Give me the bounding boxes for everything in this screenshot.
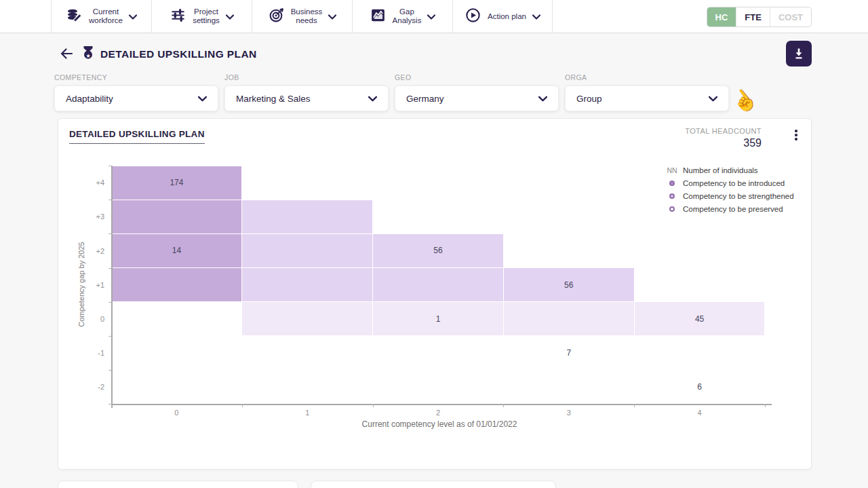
y-tick-mark (108, 370, 111, 371)
chart-cell[interactable] (504, 302, 634, 335)
chart-cell[interactable] (242, 234, 372, 267)
chevron-down-icon (709, 92, 717, 105)
x-tick-label: 4 (679, 409, 720, 417)
y-tick-label: +1 (81, 281, 104, 289)
y-tick-label: +4 (81, 179, 104, 187)
legend-dot-introduced (669, 181, 675, 186)
nav-group: Currentworkforce (51, 0, 553, 33)
x-tick-label: 0 (156, 409, 197, 417)
chart-value-label: 6 (634, 370, 765, 404)
orga-dropdown[interactable]: Group (565, 86, 729, 111)
nav-label: GapAnalysis (393, 7, 422, 25)
chevron-down-icon (532, 10, 540, 22)
y-tick-label: -2 (81, 383, 104, 391)
chevron-down-icon (538, 92, 547, 105)
y-tick-mark (108, 336, 111, 337)
y-tick-label: 0 (81, 315, 104, 323)
chevron-down-icon (129, 10, 137, 22)
x-axis-line (111, 404, 772, 405)
y-tick-label: +2 (81, 247, 104, 255)
filter-label: GEO (395, 73, 559, 81)
legend-row-introduced: Competency to be introduced (667, 176, 794, 189)
detailed-upskilling-plan-card: DETAILED UPSKILLING PLAN TOTAL HEADCOUNT… (58, 118, 812, 470)
nav-item-current-workforce[interactable]: Currentworkforce (51, 0, 151, 33)
competency-dropdown[interactable]: Adaptability (54, 86, 218, 111)
chevron-down-icon (427, 10, 435, 22)
back-button[interactable] (58, 45, 75, 62)
top-navigation: Currentworkforce (0, 0, 868, 33)
area-chart-icon (370, 7, 387, 26)
x-tick-mark (765, 404, 766, 407)
x-axis-title: Current competency level as of 01/01/202… (236, 419, 643, 429)
y-tick-label: -1 (81, 349, 104, 357)
chart-value-label: 56 (503, 268, 634, 302)
x-tick-label: 1 (287, 409, 328, 417)
workforce-icon (66, 7, 83, 26)
nav-label: Projectsettings (193, 7, 220, 25)
y-tick-mark (108, 302, 111, 303)
y-tick-mark (108, 166, 111, 166)
dropdown-value: Marketing & Sales (236, 94, 368, 104)
job-dropdown[interactable]: Marketing & Sales (224, 86, 389, 111)
y-axis-line (111, 166, 113, 408)
filter-competency: COMPETENCY Adaptability (54, 73, 218, 111)
filter-label: COMPETENCY (54, 73, 218, 81)
target-icon (268, 7, 285, 26)
app-root: Currentworkforce (0, 0, 868, 488)
bottom-card-left (58, 481, 298, 488)
chart-cell[interactable] (242, 200, 372, 233)
x-tick-label: 2 (418, 409, 458, 417)
chart-cell[interactable] (112, 268, 242, 301)
download-icon (792, 47, 806, 60)
bottom-card-right (311, 481, 556, 488)
unit-toggle: HC FTE COST (707, 7, 812, 27)
filter-label: ORGA (565, 73, 729, 81)
dropdown-value: Group (576, 94, 709, 104)
toggle-hc-button[interactable]: HC (707, 7, 736, 26)
x-tick-mark (503, 404, 504, 407)
chart-cell[interactable] (373, 268, 503, 301)
chart-value-label: 1 (373, 302, 504, 336)
x-tick-mark (373, 404, 374, 407)
nav-item-project-settings[interactable]: Projectsettings (151, 0, 252, 33)
chart-value-label: 7 (503, 336, 634, 370)
chevron-down-icon (328, 10, 336, 22)
chevron-down-icon (198, 92, 207, 105)
nn-label: NN (667, 166, 677, 174)
nav-label: Currentworkforce (89, 7, 123, 25)
nav-label: Action plan (488, 12, 526, 21)
chevron-down-icon (226, 10, 234, 22)
legend-dot-strengthened (669, 193, 675, 199)
page-title: DETAILED UPSKILLING PLAN (100, 48, 257, 60)
dropdown-value: Germany (406, 94, 538, 104)
play-icon (465, 7, 481, 26)
toggle-cost-button[interactable]: COST (770, 7, 811, 26)
download-button[interactable] (786, 41, 812, 67)
chart-value-label: 174 (111, 166, 242, 200)
filter-orga: ORGA Group (565, 73, 729, 111)
filter-job: JOB Marketing & Sales (224, 73, 389, 111)
x-tick-label: 3 (549, 409, 589, 417)
legend-row-strengthened: Competency to be strengthened (667, 189, 794, 202)
legend-text: Competency to be introduced (683, 179, 785, 187)
nav-item-action-plan[interactable]: Action plan (452, 0, 553, 33)
chart-value-label: 45 (634, 302, 765, 336)
y-tick-mark (108, 233, 111, 234)
x-tick-mark (111, 404, 112, 407)
chart-legend: NN Number of individuals Competency to b… (667, 164, 794, 215)
nav-label: Businessneeds (291, 7, 323, 25)
chart-cell[interactable] (112, 200, 242, 233)
legend-text: Competency to be strengthened (683, 192, 794, 200)
y-tick-mark (108, 200, 111, 200)
filter-label: JOB (224, 73, 389, 81)
geo-dropdown[interactable]: Germany (395, 86, 559, 111)
nav-item-gap-analysis[interactable]: GapAnalysis (352, 0, 452, 33)
x-tick-mark (242, 404, 243, 407)
sliders-icon (170, 7, 186, 26)
toggle-fte-button[interactable]: FTE (736, 7, 770, 26)
chevron-down-icon (368, 92, 377, 105)
nav-item-business-needs[interactable]: Businessneeds (252, 0, 352, 33)
filter-geo: GEO Germany (395, 73, 559, 111)
chart-cell[interactable] (242, 268, 372, 301)
chart-cell[interactable] (242, 302, 372, 335)
